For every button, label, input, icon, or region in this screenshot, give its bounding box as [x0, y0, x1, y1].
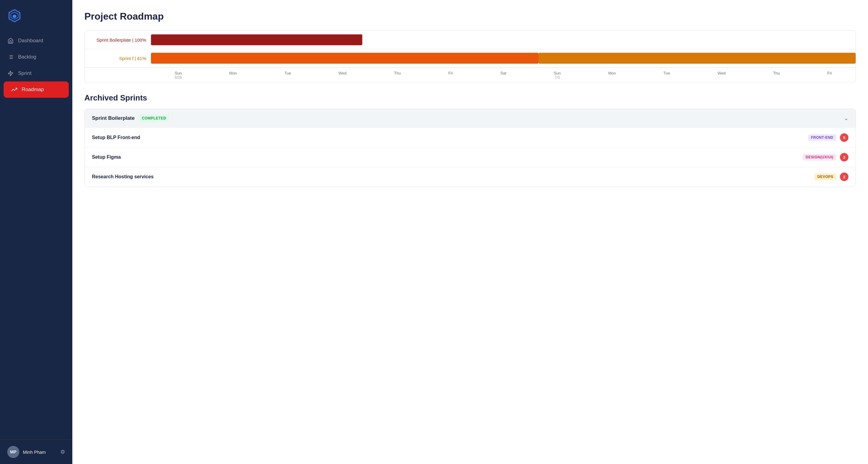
- sprint1-label: Sprint Boilerplate | 100%: [85, 32, 151, 48]
- home-icon: [7, 37, 14, 44]
- axis-spacer: [85, 68, 151, 82]
- backlog-label: Backlog: [18, 54, 36, 60]
- sprint-item-frontend: Setup BLP Front-end FRONT-END 5: [85, 127, 856, 147]
- svg-marker-2: [13, 14, 16, 18]
- axis-wed-2: Wed: [718, 71, 726, 80]
- sprint2-completed-bar: [151, 53, 538, 64]
- sprint-header[interactable]: Sprint Boilerplate COMPLETED ⌄: [85, 109, 856, 127]
- axis-tue-1: Tue: [284, 71, 291, 80]
- sidebar-item-backlog[interactable]: Backlog: [0, 49, 72, 65]
- sprint-item-devops: Research Hosting services DEVOPS 2: [85, 167, 856, 186]
- axis-labels: Sun 6/26 Mon Tue Wed Thu Fri: [151, 68, 856, 82]
- sprint1-bar: [151, 34, 362, 45]
- app-logo-icon: [7, 8, 22, 23]
- sprint2-label: Sprint f | 61%: [85, 50, 151, 66]
- sidebar: Dashboard Backlog Sprint Roadmap MP Minh…: [0, 0, 72, 464]
- sprint-label: Sprint: [18, 70, 31, 76]
- axis-wed-1: Wed: [338, 71, 347, 80]
- count-badge-frontend: 5: [840, 133, 848, 142]
- sprint-item-design: Setup Figma DESIGN(UX/UI) 2: [85, 147, 856, 167]
- sprint-header-title: Sprint Boilerplate: [92, 115, 135, 121]
- completed-badge: COMPLETED: [139, 115, 169, 122]
- gantt-axis: Sun 6/26 Mon Tue Wed Thu Fri: [85, 67, 856, 82]
- page-title: Project Roadmap: [84, 11, 856, 22]
- axis-thu-1: Thu: [394, 71, 401, 80]
- sprint2-remaining-bar: [538, 53, 856, 64]
- axis-sat-1: Sat: [500, 71, 506, 80]
- count-badge-design: 2: [840, 153, 848, 162]
- user-name: Minh Pham: [23, 450, 57, 455]
- logo-area: [0, 0, 72, 30]
- sprint1-bar-area: [151, 31, 856, 49]
- tag-frontend: FRONT-END: [808, 134, 836, 141]
- sprint-item-title-devops: Research Hosting services: [92, 174, 154, 179]
- sidebar-item-dashboard[interactable]: Dashboard: [0, 33, 72, 49]
- sidebar-nav: Dashboard Backlog Sprint Roadmap: [0, 30, 72, 440]
- archived-sprints-title: Archived Sprints: [84, 93, 856, 103]
- axis-mon-1: Mon: [229, 71, 237, 80]
- axis-sun-73: Sun 7/3: [554, 71, 561, 80]
- sprint-section: Sprint Boilerplate COMPLETED ⌄ Setup BLP…: [84, 109, 856, 187]
- main-content: Project Roadmap Sprint Boilerplate | 100…: [72, 0, 868, 464]
- sidebar-item-roadmap[interactable]: Roadmap: [4, 82, 69, 98]
- roadmap-label: Roadmap: [22, 87, 44, 93]
- axis-sun-626: Sun 6/26: [175, 71, 182, 80]
- gantt-chart: Sprint Boilerplate | 100% Sprint f | 61%…: [84, 30, 856, 82]
- settings-gear-icon[interactable]: ⚙: [60, 448, 65, 455]
- sprint-item-right-frontend: FRONT-END 5: [808, 133, 848, 142]
- axis-fri-2: Fri: [827, 71, 832, 80]
- sidebar-item-sprint[interactable]: Sprint: [0, 65, 72, 82]
- sprint-header-left: Sprint Boilerplate COMPLETED: [92, 115, 169, 122]
- gantt-row-sprint1: Sprint Boilerplate | 100%: [85, 31, 856, 49]
- chevron-down-icon: ⌄: [844, 115, 848, 122]
- axis-mon-2: Mon: [608, 71, 616, 80]
- sprint-item-right-design: DESIGN(UX/UI) 2: [803, 153, 848, 162]
- trending-up-icon: [11, 86, 18, 93]
- user-avatar: MP: [7, 446, 19, 458]
- sprint2-bar-area: [151, 49, 856, 67]
- zap-icon: [7, 70, 14, 77]
- tag-design: DESIGN(UX/UI): [803, 154, 836, 161]
- axis-tue-2: Tue: [663, 71, 670, 80]
- sprint-item-title-frontend: Setup BLP Front-end: [92, 135, 140, 140]
- gantt-row-sprint2: Sprint f | 61%: [85, 49, 856, 67]
- sprint-items: Setup BLP Front-end FRONT-END 5 Setup Fi…: [85, 127, 856, 186]
- sprint-item-title-design: Setup Figma: [92, 154, 121, 160]
- axis-fri-1: Fri: [448, 71, 453, 80]
- dashboard-label: Dashboard: [18, 38, 43, 44]
- sidebar-footer: MP Minh Pham ⚙: [0, 440, 72, 464]
- list-icon: [7, 54, 14, 60]
- sprint2-bar-wrapper: [151, 53, 856, 64]
- count-badge-devops: 2: [840, 173, 848, 181]
- sprint-item-right-devops: DEVOPS 2: [814, 173, 848, 181]
- tag-devops: DEVOPS: [814, 173, 836, 180]
- axis-thu-2: Thu: [773, 71, 780, 80]
